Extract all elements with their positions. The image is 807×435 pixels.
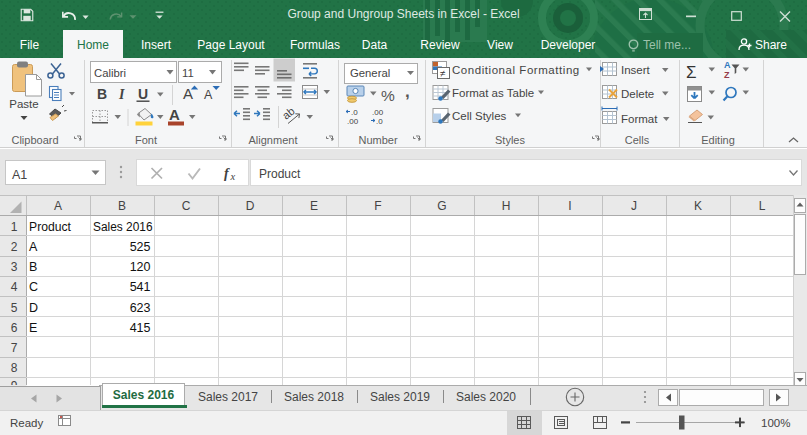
svg-text:100%: 100% [761,417,790,429]
svg-text:E: E [310,199,318,213]
svg-text:Σ: Σ [686,63,697,82]
svg-text:Cells: Cells [625,134,650,146]
svg-text:Styles: Styles [495,134,525,146]
svg-text:11: 11 [182,67,194,79]
svg-text:≠: ≠ [440,68,446,79]
svg-text:Sales 2017: Sales 2017 [198,390,258,404]
svg-text:.00: .00 [372,108,384,117]
svg-text:C: C [182,199,191,213]
svg-text:D: D [246,199,255,213]
svg-text:L: L [759,199,766,213]
svg-text:.0: .0 [376,117,383,126]
svg-text:Product: Product [29,220,71,234]
svg-text:Sales 2019: Sales 2019 [370,390,430,404]
svg-text:7: 7 [11,341,18,355]
svg-text:120: 120 [130,260,151,274]
svg-text:Z: Z [724,70,730,80]
svg-text:K: K [694,199,702,213]
svg-text:C: C [29,280,38,294]
svg-text:Paste: Paste [9,98,38,110]
svg-text:415: 415 [130,321,151,335]
svg-text:,: , [405,82,410,101]
svg-text:Alignment: Alignment [249,134,298,146]
svg-text:Format: Format [621,113,658,125]
svg-text:525: 525 [130,240,151,254]
svg-text:Ready: Ready [10,417,43,429]
svg-text:623: 623 [130,301,151,315]
svg-text:%: % [381,87,395,104]
svg-text:A: A [54,199,62,213]
svg-text:4: 4 [11,280,18,294]
svg-text:.00: .00 [347,117,359,126]
svg-text:1: 1 [11,220,18,234]
svg-text:B: B [29,260,37,274]
svg-text:Number: Number [358,134,397,146]
svg-text:J: J [631,199,637,213]
svg-text:8: 8 [11,361,18,375]
svg-text:General: General [350,67,390,79]
svg-text:Product: Product [259,167,301,181]
svg-text:B: B [97,86,107,102]
svg-text:x: x [230,171,236,182]
svg-text:2: 2 [11,240,18,254]
svg-text:B: B [118,199,126,213]
svg-text:A: A [169,106,180,123]
svg-text:Calibri: Calibri [94,67,126,79]
svg-text:E: E [29,321,37,335]
svg-text:Insert: Insert [621,64,651,76]
svg-text:F: F [374,199,381,213]
svg-text:5: 5 [11,301,18,315]
svg-text:A: A [724,60,731,70]
svg-text:Delete: Delete [621,88,654,100]
svg-text:Sales 2016: Sales 2016 [93,220,153,234]
svg-text:Cell Styles: Cell Styles [452,110,507,122]
svg-text:U: U [138,86,148,102]
svg-text:I: I [568,199,571,213]
svg-text:6: 6 [11,321,18,335]
svg-text:Conditional Formatting: Conditional Formatting [452,64,580,76]
svg-text:A: A [183,85,193,102]
svg-text:3: 3 [11,260,18,274]
svg-text:Sales 2018: Sales 2018 [284,390,344,404]
svg-text:D: D [29,301,38,315]
svg-text:Format as Table: Format as Table [452,87,534,99]
svg-text:ab: ab [280,105,297,122]
svg-text:541: 541 [130,280,151,294]
svg-text:A: A [29,240,38,254]
svg-text:Sales 2020: Sales 2020 [456,390,516,404]
svg-text:A1: A1 [12,168,27,182]
svg-text:.0: .0 [351,108,358,117]
svg-text:A: A [204,88,213,102]
svg-text:I: I [118,87,125,102]
svg-text:Clipboard: Clipboard [11,134,58,146]
svg-text:G: G [437,199,446,213]
svg-text:Editing: Editing [701,134,735,146]
svg-text:H: H [502,199,511,213]
svg-text:Font: Font [135,134,157,146]
